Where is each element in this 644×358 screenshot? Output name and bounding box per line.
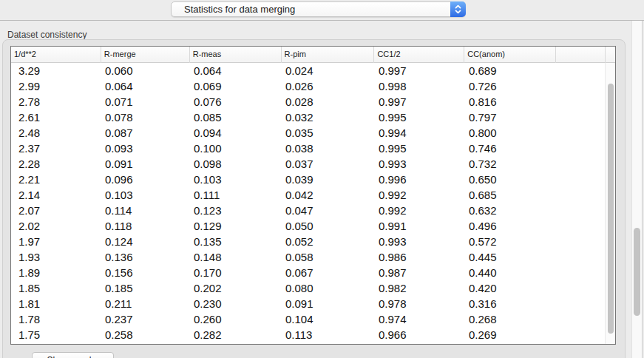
table-cell: 0.071 <box>101 94 189 109</box>
table-row[interactable]: 1.850.1850.2020.0800.9820.420 <box>11 280 605 296</box>
table-cell: 0.997 <box>374 94 464 109</box>
table-row[interactable]: 2.140.1030.1110.0420.9920.685 <box>11 187 605 203</box>
table-row[interactable]: 2.780.0710.0760.0280.9970.816 <box>11 94 605 109</box>
table-cell: 0.100 <box>189 141 281 156</box>
table-cell: 2.28 <box>11 156 101 172</box>
table-cell: 0.982 <box>374 280 464 296</box>
table-cell: 0.098 <box>189 156 281 172</box>
table-cell: 0.136 <box>101 249 189 265</box>
table-row[interactable]: 2.370.0930.1000.0380.9950.746 <box>11 141 605 156</box>
table-cell: 0.992 <box>374 203 464 218</box>
table-cell: 0.993 <box>374 234 464 249</box>
table-cell: 0.746 <box>464 141 556 156</box>
table-cell: 0.282 <box>189 327 281 342</box>
table-cell: 0.124 <box>101 234 189 249</box>
table-cell: 0.650 <box>464 172 556 187</box>
table-cell: 0.058 <box>281 249 374 265</box>
table-row[interactable]: 1.780.2370.2600.1040.9740.268 <box>11 311 605 327</box>
show-graphs-button[interactable]: Show graphs <box>32 352 114 358</box>
table-row[interactable]: 2.210.0960.1030.0390.9960.650 <box>11 172 605 187</box>
table-cell: 0.987 <box>374 265 464 280</box>
table-cell: 0.024 <box>281 63 374 78</box>
table-cell: 0.996 <box>374 172 464 187</box>
table-row[interactable]: 2.020.1180.1290.0500.9910.496 <box>11 218 605 234</box>
table-cell: 0.260 <box>189 311 281 327</box>
table-cell: 2.99 <box>11 78 101 94</box>
table-cell: 0.316 <box>464 296 556 311</box>
table-row[interactable]: 2.280.0910.0980.0370.9930.732 <box>11 156 605 172</box>
table-cell: 0.992 <box>374 187 464 203</box>
table-cell: 2.07 <box>11 203 101 218</box>
table-row[interactable]: 1.890.1560.1700.0670.9870.440 <box>11 265 605 280</box>
column-header[interactable]: CC(anom) <box>464 47 555 63</box>
table-cell: 0.103 <box>189 172 281 187</box>
table-cell: 0.685 <box>464 187 556 203</box>
table-cell: 0.185 <box>101 280 189 296</box>
column-header[interactable]: CC1/2 <box>373 47 464 63</box>
table-cell: 0.170 <box>189 265 281 280</box>
table-cell: 0.087 <box>101 125 189 141</box>
table-cell: 0.091 <box>281 296 374 311</box>
table-row[interactable]: 3.290.0600.0640.0240.9970.689 <box>11 63 605 78</box>
table-cell: 0.080 <box>281 280 374 296</box>
table-cell: 0.060 <box>101 63 189 78</box>
table-cell: 0.978 <box>374 296 464 311</box>
column-header[interactable]: R-meas <box>189 47 281 63</box>
table-cell: 0.050 <box>281 218 374 234</box>
table-cell: 2.02 <box>11 218 101 234</box>
table-scrollbar-track[interactable] <box>605 63 615 344</box>
table-cell: 0.042 <box>281 187 374 203</box>
table-cell: 0.995 <box>374 109 464 125</box>
table-cell: 0.096 <box>101 172 189 187</box>
table-cell: 0.237 <box>101 311 189 327</box>
column-header[interactable]: R-pim <box>281 47 374 63</box>
column-header-spacer <box>555 47 605 63</box>
table-row[interactable]: 1.970.1240.1350.0520.9930.572 <box>11 234 605 249</box>
table-row[interactable]: 1.750.2580.2820.1130.9660.269 <box>11 327 605 342</box>
table-cell: 0.440 <box>464 265 556 280</box>
table-cell: 2.48 <box>11 125 101 141</box>
table-scrollbar-thumb[interactable] <box>608 84 614 334</box>
table-cell: 0.094 <box>189 125 281 141</box>
table-cell: 1.85 <box>11 280 101 296</box>
table-header: 1/d**2R-mergeR-measR-pimCC1/2CC(anom) <box>11 47 615 63</box>
table-row[interactable]: 2.070.1140.1230.0470.9920.632 <box>11 203 605 218</box>
table-cell: 0.997 <box>374 63 464 78</box>
table-cell: 2.37 <box>11 141 101 156</box>
window-scrollbar-thumb[interactable] <box>634 228 640 316</box>
table-row[interactable]: 2.990.0640.0690.0260.9980.726 <box>11 78 605 94</box>
table-row[interactable]: 1.930.1360.1480.0580.9860.445 <box>11 249 605 265</box>
table-cell: 0.103 <box>101 187 189 203</box>
view-selector-dropdown[interactable]: Statistics for data merging <box>171 1 466 17</box>
table-cell: 0.797 <box>464 109 556 125</box>
table-cell: 0.156 <box>101 265 189 280</box>
table-cell: 1.78 <box>11 311 101 327</box>
table-cell: 0.064 <box>101 78 189 94</box>
table-row[interactable]: 2.480.0870.0940.0350.9940.800 <box>11 125 605 141</box>
column-header-corner <box>605 47 615 63</box>
table-cell: 0.135 <box>189 234 281 249</box>
table-row[interactable]: 1.810.2110.2300.0910.9780.316 <box>11 296 605 311</box>
table-cell: 0.148 <box>189 249 281 265</box>
table-cell: 0.211 <box>101 296 189 311</box>
table-cell: 0.995 <box>374 141 464 156</box>
table-cell: 1.97 <box>11 234 101 249</box>
column-header[interactable]: 1/d**2 <box>11 47 101 63</box>
table-cell: 1.75 <box>11 327 101 342</box>
table-cell: 0.039 <box>281 172 374 187</box>
table-cell: 2.61 <box>11 109 101 125</box>
table-cell: 0.998 <box>374 78 464 94</box>
table-cell: 0.445 <box>464 249 556 265</box>
table-cell: 0.091 <box>101 156 189 172</box>
table-cell: 0.966 <box>374 327 464 342</box>
table-cell: 0.113 <box>281 327 374 342</box>
window-scrollbar-track[interactable] <box>631 21 643 358</box>
column-header[interactable]: R-merge <box>101 47 189 63</box>
table-cell: 0.202 <box>189 280 281 296</box>
table-cell: 0.114 <box>101 203 189 218</box>
table-cell: 0.093 <box>101 141 189 156</box>
table-row[interactable]: 2.610.0780.0850.0320.9950.797 <box>11 109 605 125</box>
table-body: 3.290.0600.0640.0240.9970.6892.990.0640.… <box>11 63 605 344</box>
section-title: Dataset consistency <box>7 30 87 40</box>
table-cell: 2.78 <box>11 94 101 109</box>
